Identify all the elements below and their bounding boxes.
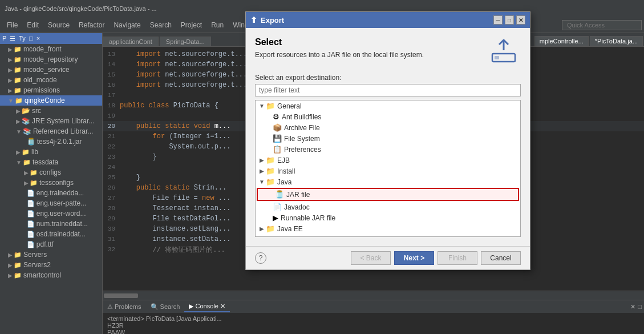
tree-item-java-ee[interactable]: ▶ 📁 Java EE: [256, 223, 520, 234]
next-button[interactable]: Next >: [394, 251, 434, 265]
expand-arrow: [24, 221, 26, 227]
sidebar-item-old-mcode[interactable]: ▶ old_mcode: [0, 75, 102, 85]
tree-item-file-system[interactable]: 💾 File System: [256, 133, 520, 144]
sidebar-item-lib[interactable]: ▶ lib: [0, 147, 102, 157]
close-button[interactable]: ✕: [516, 15, 525, 25]
expand-arrow: ▶: [16, 108, 21, 114]
sidebar-item-referenced[interactable]: ▼ 📚 Referenced Librar...: [0, 126, 102, 136]
export-tree[interactable]: ▼ 📁 General ⚙ Ant Buildfiles 📦 Archive F…: [255, 100, 521, 237]
menu-edit[interactable]: Edit: [22, 21, 43, 29]
sidebar-item-eng-trained[interactable]: eng.trainedda...: [0, 188, 102, 198]
tree-item-runnable-jar[interactable]: ▶ Runnable JAR file: [256, 212, 520, 223]
folder-icon: [14, 76, 22, 84]
export-icon-area: [487, 37, 521, 66]
ide-sidebar: P ☰ Ty □ × ▶ mcode_front ▶ mcode_reposit…: [0, 33, 103, 334]
folder-icon: 📚: [23, 127, 31, 135]
tree-item-general[interactable]: ▼ 📁 General: [256, 100, 520, 111]
sidebar-item-permissions[interactable]: ▶ permissions: [0, 85, 102, 95]
expand-arrow: [24, 211, 26, 217]
modal-titlebar: ⬆ Export ─ □ ✕: [246, 12, 530, 28]
folder-icon: [30, 179, 38, 187]
sidebar-item-label: tessdata: [33, 158, 58, 166]
sidebar-item-label: Referenced Librar...: [33, 127, 93, 135]
expand-arrow: [24, 200, 26, 207]
menu-navigate[interactable]: Navigate: [109, 21, 145, 29]
tree-item-ejb[interactable]: ▶ 📁 EJB: [256, 155, 520, 166]
file-icon: [27, 240, 35, 248]
menu-search[interactable]: Search: [145, 21, 176, 29]
sidebar-item-label: old_mcode: [23, 76, 57, 84]
sidebar-item-tess4j[interactable]: 🫙 tess4j-2.0.1.jar: [0, 136, 102, 147]
sidebar-item-label: permissions: [23, 86, 60, 94]
tree-item-java[interactable]: ▼ 📁 Java: [256, 176, 520, 187]
export-modal: ⬆ Export ─ □ ✕ Select Export resources i…: [245, 11, 530, 270]
expand-arrow: ▶: [8, 46, 13, 53]
tab-problems[interactable]: ⚠ Problems: [103, 302, 146, 312]
sidebar-item-pdf-ttf[interactable]: pdf.ttf: [0, 239, 102, 250]
sidebar-item-label: qingkeConde: [25, 96, 65, 104]
sidebar-item-qingkeconde[interactable]: ▼ qingkeConde: [0, 95, 102, 106]
modal-controls: ─ □ ✕: [493, 15, 525, 25]
expand-arrow: ▶: [24, 170, 29, 176]
sidebar-item-tessconfigs[interactable]: ▶ tessconfigs: [0, 178, 102, 188]
minimize-button[interactable]: ─: [493, 15, 503, 25]
menu-project[interactable]: Project: [176, 21, 206, 29]
sidebar-item-mcode-front[interactable]: ▶ mcode_front: [0, 44, 102, 54]
sidebar-item-servers[interactable]: ▶ Servers: [0, 250, 102, 260]
menu-file[interactable]: File: [2, 21, 22, 29]
horizontal-scrollbar[interactable]: [103, 291, 644, 300]
menu-source[interactable]: Source: [43, 21, 74, 29]
quick-access-input[interactable]: [562, 20, 642, 30]
tab-mplecontrolle[interactable]: mpleControlle...: [534, 36, 589, 46]
tree-item-install[interactable]: ▶ 📁 Install: [256, 166, 520, 176]
bottom-toolbar-btn2[interactable]: □: [638, 303, 642, 311]
menu-run[interactable]: Run: [206, 21, 228, 29]
folder-icon: 📚: [22, 117, 30, 125]
sidebar-item-configs[interactable]: ▶ configs: [0, 167, 102, 178]
modal-header-text: Select Export resources into a JAR file …: [255, 37, 487, 67]
sidebar-item-servers2[interactable]: ▶ Servers2: [0, 260, 102, 270]
back-button[interactable]: < Back: [351, 251, 391, 265]
sidebar-item-label: Servers2: [23, 261, 51, 269]
sidebar-item-mcode-service[interactable]: ▶ mcode_service: [0, 65, 102, 75]
sidebar-item-smartcontrol[interactable]: ▶ smartcontrol: [0, 270, 102, 280]
tree-item-archive-file[interactable]: 📦 Archive File: [256, 122, 520, 133]
tab-pictodata[interactable]: *PicToData.ja...: [590, 36, 643, 46]
tab-console[interactable]: ▶ Console ✕: [184, 301, 229, 312]
cancel-button[interactable]: Cancel: [481, 251, 521, 265]
sidebar-item-osd-trained[interactable]: osd.traineddat...: [0, 229, 102, 239]
sidebar-item-eng-user-patte[interactable]: eng.user-patte...: [0, 198, 102, 208]
sidebar-item-eng-user-word[interactable]: eng.user-word...: [0, 208, 102, 219]
tab-label: applicationCont: [109, 38, 152, 45]
tree-item-preferences[interactable]: 📋 Preferences: [256, 144, 520, 155]
bottom-tabs: ⚠ Problems 🔍 Search ▶ Console ✕ ✕ □: [103, 300, 644, 313]
expand-arrow: [24, 231, 26, 238]
filter-input[interactable]: [255, 84, 521, 96]
maximize-button[interactable]: □: [505, 15, 514, 25]
sidebar-item-num-trained[interactable]: num.traineddat...: [0, 219, 102, 229]
tree-item-ant-buildfiles[interactable]: ⚙ Ant Buildfiles: [256, 111, 520, 122]
tab-search[interactable]: 🔍 Search: [146, 302, 185, 312]
sidebar-item-jre[interactable]: ▶ 📚 JRE System Librar...: [0, 116, 102, 126]
ide-bottom-panel: ⚠ Problems 🔍 Search ▶ Console ✕ ✕ □ <ter…: [103, 300, 644, 334]
folder-icon: [14, 86, 22, 94]
tree-item-javadoc[interactable]: 📄 Javadoc: [256, 202, 520, 212]
sidebar-item-mcode-repository[interactable]: ▶ mcode_repository: [0, 54, 102, 65]
finish-button[interactable]: Finish: [438, 251, 477, 265]
help-button[interactable]: ?: [255, 252, 266, 264]
tab-spring-data[interactable]: Spring-Data...: [160, 37, 211, 46]
sidebar-item-label: lib: [31, 148, 38, 156]
tab-application-cont[interactable]: applicationCont: [103, 37, 159, 46]
folder-icon: [14, 45, 22, 53]
sidebar-item-label: Servers: [23, 251, 47, 259]
bottom-toolbar-btn[interactable]: ✕: [630, 303, 635, 311]
sidebar-item-tessdata[interactable]: ▼ tessdata: [0, 157, 102, 167]
expand-arrow: ▼: [16, 128, 22, 135]
tree-item-plugin-dev[interactable]: ▶ 📁 Plug-in Development: [256, 234, 520, 237]
sidebar-item-src[interactable]: ▶ 📂 src: [0, 106, 102, 116]
tree-item-jar-file[interactable]: 🫙 JAR file: [257, 188, 519, 201]
folder-icon: [14, 261, 22, 269]
menu-refactor[interactable]: Refactor: [74, 21, 109, 29]
sidebar-item-label: num.traineddat...: [37, 220, 88, 228]
folder-icon: [22, 148, 30, 156]
